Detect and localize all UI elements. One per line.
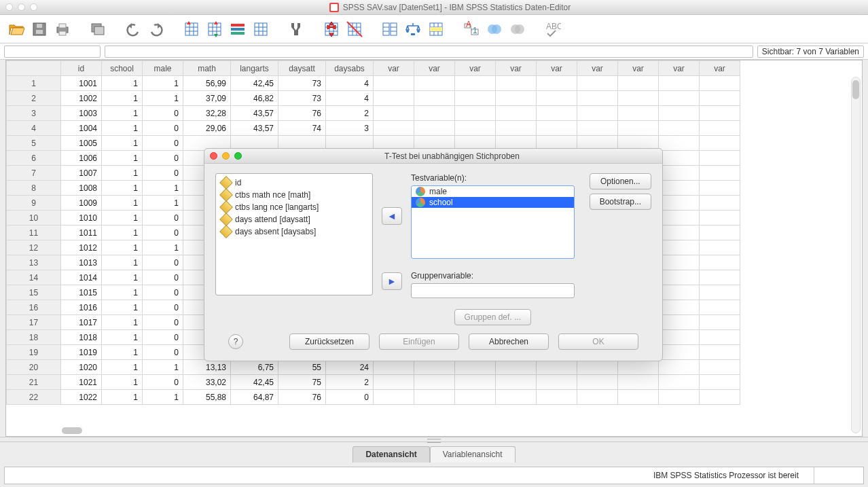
data-cell[interactable] xyxy=(537,76,577,91)
data-cell[interactable]: 1 xyxy=(143,360,183,375)
goto-variable-button[interactable] xyxy=(205,20,224,39)
data-cell[interactable] xyxy=(577,360,618,375)
data-cell[interactable] xyxy=(374,121,414,136)
source-variable-list[interactable]: idctbs math nce [math]ctbs lang nce [lan… xyxy=(215,173,373,295)
row-header[interactable]: 9 xyxy=(7,196,61,211)
data-cell[interactable]: 0 xyxy=(143,226,183,240)
data-cell[interactable]: 1021 xyxy=(61,375,102,390)
tab-variable-view[interactable]: Variablenansicht xyxy=(430,446,516,463)
data-cell[interactable] xyxy=(374,106,414,121)
data-cell[interactable]: 74 xyxy=(278,121,326,136)
source-variable-item[interactable]: ctbs math nce [math] xyxy=(217,189,371,201)
column-header[interactable]: var xyxy=(659,61,700,76)
data-cell[interactable] xyxy=(659,121,700,136)
column-header[interactable]: daysabs xyxy=(326,61,374,76)
column-header[interactable]: male xyxy=(143,61,183,76)
data-cell[interactable] xyxy=(700,390,740,405)
data-cell[interactable] xyxy=(700,330,740,345)
data-cell[interactable] xyxy=(700,345,740,360)
row-header[interactable]: 15 xyxy=(7,285,61,300)
data-cell[interactable]: 0 xyxy=(143,330,183,345)
data-cell[interactable] xyxy=(496,76,537,91)
column-header[interactable]: langarts xyxy=(231,61,278,76)
data-cell[interactable]: 0 xyxy=(143,270,183,285)
insert-variable-button[interactable] xyxy=(345,20,364,39)
row-header[interactable]: 13 xyxy=(7,255,61,270)
row-header[interactable]: 21 xyxy=(7,375,61,390)
options-button[interactable]: Optionen... xyxy=(590,173,651,190)
column-header[interactable]: var xyxy=(537,61,577,76)
dialog-zoom-icon[interactable] xyxy=(234,152,242,160)
data-cell[interactable]: 1013 xyxy=(61,255,102,270)
data-cell[interactable]: 1 xyxy=(102,181,143,196)
undo-button[interactable] xyxy=(124,20,143,39)
data-cell[interactable]: 1 xyxy=(102,285,143,300)
data-cell[interactable] xyxy=(618,390,659,405)
data-cell[interactable]: 1004 xyxy=(61,121,102,136)
data-cell[interactable]: 1 xyxy=(102,166,143,181)
data-cell[interactable] xyxy=(577,121,618,136)
data-cell[interactable] xyxy=(700,360,740,375)
data-cell[interactable]: 0 xyxy=(143,255,183,270)
row-header[interactable]: 5 xyxy=(7,136,61,151)
data-cell[interactable]: 0 xyxy=(143,315,183,330)
data-cell[interactable] xyxy=(537,106,577,121)
data-cell[interactable] xyxy=(537,121,577,136)
data-cell[interactable]: 4 xyxy=(326,76,374,91)
data-cell[interactable] xyxy=(700,211,740,226)
tab-data-view[interactable]: Datenansicht xyxy=(352,446,429,463)
data-cell[interactable]: 0 xyxy=(143,136,183,151)
data-cell[interactable] xyxy=(659,151,700,166)
row-header[interactable]: 17 xyxy=(7,315,61,330)
data-cell[interactable] xyxy=(700,136,740,151)
row-header[interactable]: 10 xyxy=(7,211,61,226)
data-cell[interactable] xyxy=(659,76,700,91)
data-cell[interactable] xyxy=(659,330,700,345)
data-cell[interactable]: 76 xyxy=(278,106,326,121)
data-cell[interactable]: 1 xyxy=(102,345,143,360)
data-cell[interactable] xyxy=(374,375,414,390)
column-header[interactable]: var xyxy=(374,61,414,76)
data-cell[interactable]: 0 xyxy=(143,300,183,315)
data-cell[interactable]: 56,99 xyxy=(183,76,231,91)
spellcheck-button[interactable]: ABC xyxy=(543,20,562,39)
data-cell[interactable] xyxy=(659,360,700,375)
data-cell[interactable] xyxy=(659,106,700,121)
row-header[interactable]: 1 xyxy=(7,76,61,91)
data-cell[interactable] xyxy=(455,121,496,136)
data-cell[interactable]: 0 xyxy=(143,211,183,226)
data-cell[interactable] xyxy=(618,360,659,375)
data-cell[interactable] xyxy=(455,390,496,405)
horizontal-scrollbar[interactable] xyxy=(62,427,848,435)
data-cell[interactable]: 1018 xyxy=(61,330,102,345)
data-cell[interactable]: 1009 xyxy=(61,196,102,211)
data-cell[interactable] xyxy=(455,375,496,390)
data-cell[interactable]: 42,45 xyxy=(231,76,278,91)
data-cell[interactable]: 1020 xyxy=(61,360,102,375)
data-cell[interactable]: 1 xyxy=(143,76,183,91)
data-cell[interactable] xyxy=(659,166,700,181)
data-cell[interactable]: 0 xyxy=(143,106,183,121)
help-button[interactable]: ? xyxy=(228,334,243,349)
row-header[interactable]: 6 xyxy=(7,151,61,166)
data-cell[interactable]: 37,09 xyxy=(183,91,231,106)
row-header[interactable]: 14 xyxy=(7,270,61,285)
column-header[interactable]: school xyxy=(102,61,143,76)
data-cell[interactable] xyxy=(700,76,740,91)
data-cell[interactable] xyxy=(577,375,618,390)
data-cell[interactable] xyxy=(455,91,496,106)
data-cell[interactable] xyxy=(414,91,455,106)
minimize-icon[interactable] xyxy=(18,3,25,11)
vertical-scrollbar[interactable] xyxy=(851,77,861,433)
data-cell[interactable]: 1 xyxy=(102,375,143,390)
save-button[interactable] xyxy=(30,20,49,39)
row-header[interactable]: 18 xyxy=(7,330,61,345)
column-header[interactable]: math xyxy=(183,61,231,76)
row-header[interactable]: 20 xyxy=(7,360,61,375)
data-cell[interactable]: 1 xyxy=(102,136,143,151)
row-header[interactable]: 11 xyxy=(7,226,61,240)
dialog-minimize-icon[interactable] xyxy=(222,152,230,160)
test-variable-item[interactable]: male xyxy=(412,186,574,197)
data-cell[interactable]: 1002 xyxy=(61,91,102,106)
data-cell[interactable] xyxy=(414,106,455,121)
